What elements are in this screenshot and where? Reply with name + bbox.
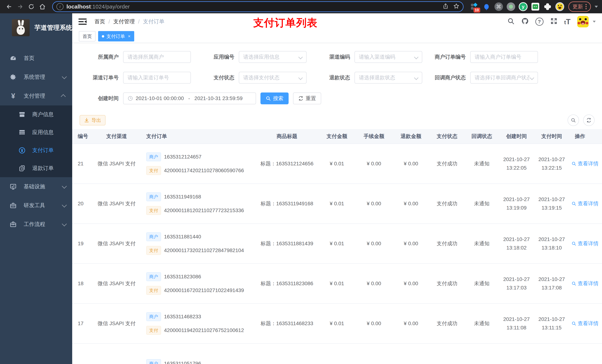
col-channel: 支付渠道 bbox=[93, 129, 141, 144]
profile-emoji-icon[interactable] bbox=[555, 2, 565, 11]
chevron-down-icon bbox=[414, 55, 418, 59]
breadcrumb-pay-manage[interactable]: 支付管理 bbox=[113, 18, 135, 25]
close-icon[interactable]: × bbox=[128, 34, 130, 39]
create-time-range-picker[interactable]: 2021-10-01 00:00:00 - 2021-10-31 23:59:5… bbox=[123, 93, 256, 104]
filter-label-app: 应用编号 bbox=[195, 53, 239, 61]
url-bar[interactable]: i localhost:1024/pay/order bbox=[52, 1, 463, 12]
pay-tag: 支付 bbox=[146, 166, 161, 175]
balloon-extension-icon[interactable] bbox=[482, 2, 491, 11]
breadcrumb-home[interactable]: 首页 bbox=[94, 18, 105, 25]
browser-update-button[interactable]: 更新 bbox=[568, 1, 591, 12]
y-extension-icon[interactable]: y bbox=[518, 2, 528, 11]
view-detail-link[interactable]: 查看详情 bbox=[571, 240, 599, 247]
search-icon[interactable] bbox=[507, 17, 515, 26]
pay-tag: 支付 bbox=[146, 206, 161, 215]
table-header-row: 编号 支付渠道 支付订单 商品标题 支付金额 手续金额 退款金额 支付状态 回调… bbox=[72, 129, 602, 144]
view-detail-link[interactable]: 查看详情 bbox=[571, 160, 599, 167]
view-detail-link[interactable]: 查看详情 bbox=[571, 320, 599, 327]
chat-extension-icon[interactable] bbox=[531, 2, 540, 11]
merchant-input[interactable] bbox=[123, 51, 191, 63]
tags-view-bar: 首页 支付订单 × bbox=[72, 30, 602, 43]
site-info-icon[interactable]: i bbox=[56, 3, 64, 10]
tab-home[interactable]: 首页 bbox=[79, 31, 96, 42]
sidebar-item-refund-order[interactable]: 退款订单 bbox=[0, 159, 72, 177]
channel-order-no-input[interactable] bbox=[123, 72, 191, 83]
chevron-down-icon bbox=[62, 184, 67, 189]
bookmark-star-icon[interactable] bbox=[453, 3, 459, 10]
col-refund: 退款金额 bbox=[392, 129, 430, 144]
sidebar: 芋道管理系统 首页 系统管理 ¥ 支付管理 商户信息 bbox=[0, 13, 72, 364]
sidebar-item-system[interactable]: 系统管理 bbox=[0, 68, 72, 87]
recorder-extension-icon[interactable] bbox=[506, 2, 516, 11]
help-icon[interactable]: ? bbox=[535, 18, 544, 26]
sidebar-item-devtools[interactable]: 研发工具 bbox=[0, 196, 72, 215]
merchant-tag: 商户 bbox=[146, 232, 161, 241]
extension-strip: 10 ⌘ y bbox=[469, 2, 565, 11]
reset-button[interactable]: 重置 bbox=[293, 93, 321, 104]
pay-tag: 支付 bbox=[146, 326, 161, 335]
tab-pay-order[interactable]: 支付订单 × bbox=[98, 31, 134, 42]
puzzle-extensions-icon[interactable] bbox=[543, 2, 552, 11]
toggle-search-button[interactable] bbox=[568, 114, 579, 126]
sidebar-item-pay[interactable]: ¥ 支付管理 bbox=[0, 87, 72, 105]
tab-manager-extension-icon[interactable]: 10 bbox=[469, 2, 479, 11]
browser-home-icon[interactable] bbox=[37, 2, 47, 12]
page-title-annotation: 支付订单列表 bbox=[253, 16, 318, 30]
sidebar-item-workflow[interactable]: 工作流程 bbox=[0, 215, 72, 234]
refresh-button[interactable] bbox=[583, 114, 595, 126]
pay-submenu: 商户信息 应用信息 支付订单 退款订单 bbox=[0, 105, 72, 177]
chrome-caret-icon[interactable] bbox=[595, 6, 598, 8]
chevron-down-icon bbox=[414, 75, 418, 80]
search-button[interactable]: 搜索 bbox=[260, 93, 289, 104]
browser-forward-icon[interactable] bbox=[15, 2, 25, 12]
sidebar-item-pay-order[interactable]: 支付订单 bbox=[0, 141, 72, 159]
pay-status-select[interactable] bbox=[239, 72, 307, 83]
app-title: 芋道管理系统 bbox=[34, 23, 72, 32]
filter-label-notify-status: 回调商户状态 bbox=[427, 74, 470, 81]
view-detail-link[interactable]: 查看详情 bbox=[571, 280, 599, 287]
app-select[interactable] bbox=[239, 51, 307, 63]
avatar-caret-icon[interactable] bbox=[593, 21, 596, 22]
yen-circle-icon bbox=[18, 147, 26, 154]
sidebar-item-home[interactable]: 首页 bbox=[0, 49, 72, 68]
col-id: 编号 bbox=[72, 129, 93, 144]
font-size-icon[interactable]: tT bbox=[564, 18, 570, 26]
sidebar-item-merchant-info[interactable]: 商户信息 bbox=[0, 105, 72, 123]
col-create-time: 创建时间 bbox=[499, 129, 534, 144]
chevron-up-icon bbox=[61, 94, 66, 99]
order-table: 编号 支付渠道 支付订单 商品标题 支付金额 手续金额 退款金额 支付状态 回调… bbox=[72, 129, 602, 364]
sidebar-collapse-icon[interactable] bbox=[78, 18, 87, 25]
user-avatar[interactable] bbox=[577, 16, 589, 27]
channel-code-select[interactable] bbox=[355, 51, 422, 63]
table-row: 19 微信 JSAPI 支付 商户1635311881440 支付4200001… bbox=[72, 224, 602, 264]
view-detail-link[interactable]: 查看详情 bbox=[571, 200, 599, 207]
col-status: 支付状态 bbox=[430, 129, 465, 144]
sidebar-logo[interactable]: 芋道管理系统 bbox=[0, 13, 72, 42]
date-end-value: 2021-10-31 23:59:59 bbox=[194, 95, 243, 101]
filter-label-merchant: 所属商户 bbox=[80, 53, 123, 61]
merchant-order-no-input[interactable] bbox=[470, 51, 538, 63]
sidebar-item-app-info[interactable]: 应用信息 bbox=[0, 123, 72, 141]
sidebar-menu: 首页 系统管理 ¥ 支付管理 商户信息 应用信息 bbox=[0, 49, 72, 234]
command-extension-icon[interactable]: ⌘ bbox=[494, 2, 504, 11]
github-icon[interactable] bbox=[521, 17, 529, 26]
filter-label-pay-status: 支付状态 bbox=[195, 74, 239, 81]
share-icon[interactable] bbox=[443, 3, 449, 10]
notify-status-select[interactable] bbox=[470, 72, 538, 83]
browser-menu-icon[interactable] bbox=[586, 4, 587, 9]
filter-label-channel-code: 渠道编码 bbox=[311, 53, 355, 61]
export-button[interactable]: 导出 bbox=[80, 115, 106, 125]
browser-back-icon[interactable] bbox=[4, 2, 14, 12]
fullscreen-icon[interactable] bbox=[550, 17, 558, 26]
col-subject: 商品标题 bbox=[256, 129, 318, 144]
table-row: 17 微信 JSAPI 支付 商户1635311468233 支付4200001… bbox=[72, 303, 602, 343]
sidebar-item-infra[interactable]: 基础设施 bbox=[0, 177, 72, 196]
refund-status-select[interactable] bbox=[355, 72, 422, 83]
browser-reload-icon[interactable] bbox=[26, 2, 36, 12]
toolbox-icon bbox=[9, 202, 17, 209]
page-content: 所属商户 应用编号 渠道编码 商户订单编号 bbox=[72, 43, 602, 364]
navbar-actions: ? tT bbox=[507, 16, 596, 27]
chevron-down-icon bbox=[298, 55, 303, 59]
col-action: 操作 bbox=[569, 129, 602, 144]
clock-icon bbox=[128, 96, 133, 101]
